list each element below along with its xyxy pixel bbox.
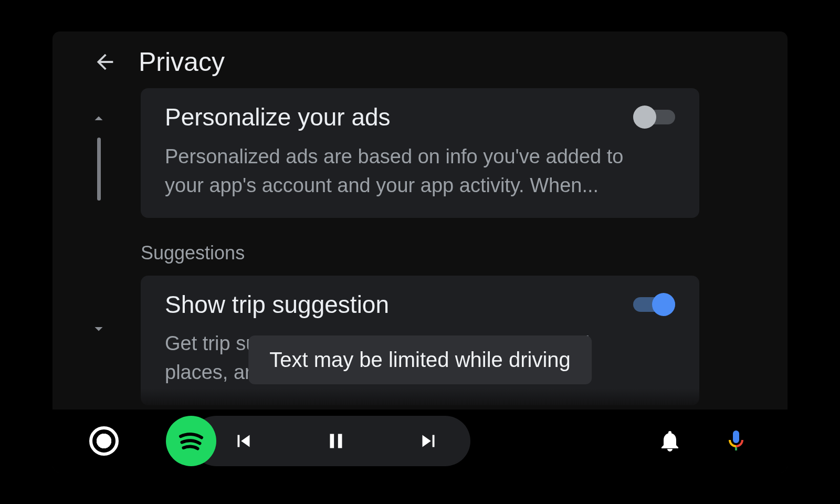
trip-suggestion-title: Show trip suggestion bbox=[165, 291, 389, 318]
media-cluster bbox=[166, 416, 470, 466]
pause-icon bbox=[324, 429, 348, 453]
chevron-down-icon bbox=[89, 319, 108, 338]
suggestions-section-label: Suggestions bbox=[141, 242, 699, 264]
scroll-indicator[interactable] bbox=[89, 109, 108, 201]
skip-previous-icon bbox=[232, 429, 256, 453]
personalize-ads-card[interactable]: Personalize your ads Personalized ads ar… bbox=[141, 88, 699, 218]
media-controls-pill bbox=[191, 416, 470, 466]
previous-track-button[interactable] bbox=[229, 426, 258, 456]
next-track-button[interactable] bbox=[414, 426, 443, 456]
spotify-icon bbox=[175, 425, 207, 457]
back-button[interactable] bbox=[89, 46, 121, 78]
bottom-nav bbox=[52, 410, 788, 472]
skip-next-icon bbox=[416, 429, 440, 453]
spotify-app-button[interactable] bbox=[166, 416, 216, 466]
page-title: Privacy bbox=[139, 47, 225, 77]
home-button[interactable] bbox=[89, 426, 119, 456]
pause-button[interactable] bbox=[321, 426, 351, 456]
bell-icon bbox=[657, 428, 682, 454]
trip-suggestion-toggle[interactable] bbox=[633, 293, 675, 316]
chevron-up-icon bbox=[89, 109, 108, 128]
personalize-ads-toggle[interactable] bbox=[633, 106, 675, 129]
mic-icon bbox=[723, 428, 749, 454]
app-window: Privacy Personalize your ads Personalize… bbox=[52, 32, 788, 472]
voice-assistant-button[interactable] bbox=[721, 426, 751, 456]
header-bar: Privacy bbox=[52, 32, 788, 88]
personalize-ads-desc: Personalized ads are based on info you'v… bbox=[165, 142, 637, 200]
scroll-thumb bbox=[97, 138, 101, 201]
arrow-left-icon bbox=[93, 50, 117, 74]
notifications-button[interactable] bbox=[655, 426, 685, 456]
driving-toast: Text may be limited while driving bbox=[248, 335, 592, 384]
personalize-ads-title: Personalize your ads bbox=[165, 104, 391, 131]
